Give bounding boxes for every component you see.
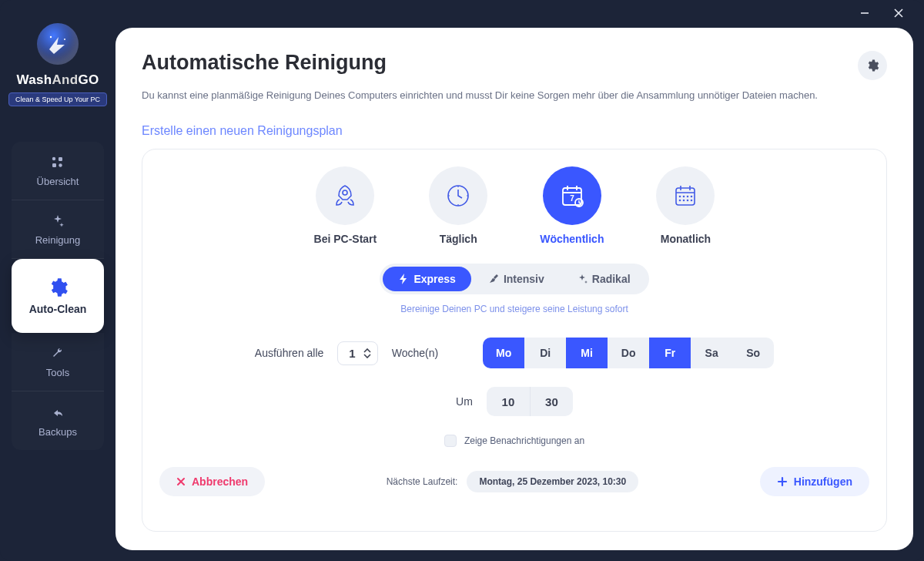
- schedule-label: Bei PC-Start: [314, 233, 377, 245]
- nav-label: Auto-Clean: [29, 303, 87, 315]
- svg-point-5: [52, 157, 55, 160]
- logo-icon: [37, 23, 79, 65]
- brand-tagline: Clean & Speed Up Your PC: [8, 92, 107, 106]
- schedule-pcstart[interactable]: Bei PC-Start: [314, 166, 377, 245]
- nav-autoclean[interactable]: Auto-Clean: [12, 259, 104, 333]
- svg-point-20: [684, 200, 685, 201]
- schedule-options: Bei PC-Start Täglich 7 Wöchentlich: [159, 166, 869, 245]
- svg-point-19: [680, 200, 681, 201]
- close-button[interactable]: [889, 3, 909, 23]
- schedule-monthly[interactable]: Monatlich: [656, 166, 715, 245]
- svg-point-8: [59, 163, 62, 166]
- mode-label: Intensiv: [504, 273, 544, 285]
- frequency-value: 1: [349, 347, 355, 360]
- day-mo[interactable]: Mo: [483, 338, 524, 368]
- day-do[interactable]: Do: [608, 338, 649, 368]
- grid-icon: [49, 154, 66, 171]
- nav: Übersicht Reinigung Auto-Clean Tools: [12, 142, 104, 450]
- mode-radikal[interactable]: Radikal: [561, 267, 646, 291]
- time-at-label: Um: [456, 395, 473, 408]
- svg-point-18: [691, 197, 692, 197]
- calendar-month-icon: [656, 166, 715, 225]
- schedule-label: Täglich: [440, 233, 477, 245]
- page-subtitle: Du kannst eine planmäßige Reinigung Dein…: [142, 89, 887, 101]
- sidebar: WashAndGO Clean & Speed Up Your PC Übers…: [0, 0, 116, 561]
- minimize-button[interactable]: [855, 3, 875, 23]
- next-run-label: Nächste Laufzeit:: [387, 476, 458, 487]
- logo: WashAndGO Clean & Speed Up Your PC: [8, 23, 107, 106]
- wrench-icon: [49, 345, 66, 362]
- next-run-value: Montag, 25 Dezember 2023, 10:30: [467, 471, 638, 492]
- section-title: Erstelle einen neuen Reinigungsplan: [142, 124, 887, 138]
- nav-backups[interactable]: Backups: [12, 391, 104, 450]
- day-di[interactable]: Di: [524, 338, 566, 368]
- main-panel: Automatische Reinigung Du kannst eine pl…: [116, 28, 913, 550]
- broom-icon: [488, 274, 499, 284]
- nav-label: Tools: [46, 367, 69, 378]
- weekday-selector: Mo Di Mi Do Fr Sa So: [483, 338, 774, 368]
- nav-tools[interactable]: Tools: [12, 333, 104, 391]
- schedule-weekly[interactable]: 7 Wöchentlich: [540, 166, 604, 245]
- svg-rect-6: [59, 157, 62, 161]
- bolt-icon: [398, 274, 409, 284]
- cancel-button[interactable]: Abbrechen: [159, 467, 265, 496]
- schedule-daily[interactable]: Täglich: [429, 166, 487, 245]
- chevron-down-icon: [363, 354, 371, 358]
- notify-label: Zeige Benachrichtigungen an: [464, 435, 584, 446]
- gear-icon: [865, 59, 879, 72]
- run-frequency-row: Ausführen alle 1 Woche(n) Mo Di Mi Do Fr…: [159, 338, 869, 368]
- svg-text:7: 7: [570, 194, 574, 203]
- chevron-up-icon: [363, 348, 371, 353]
- mode-express[interactable]: Express: [383, 267, 470, 291]
- run-every-label: Ausführen alle: [255, 347, 324, 359]
- run-unit-label: Woche(n): [392, 347, 438, 359]
- frequency-stepper[interactable]: 1: [337, 341, 377, 365]
- svg-point-3: [50, 36, 52, 38]
- settings-button[interactable]: [858, 51, 887, 80]
- panel-footer: Abbrechen Nächste Laufzeit: Montag, 25 D…: [159, 467, 869, 496]
- sparkle-icon: [49, 213, 66, 230]
- svg-point-15: [680, 197, 681, 197]
- notify-checkbox[interactable]: [444, 435, 457, 447]
- mode-label: Radikal: [592, 273, 631, 285]
- sparkles-icon: [577, 274, 588, 284]
- day-mi[interactable]: Mi: [566, 338, 608, 368]
- app-window: WashAndGO Clean & Speed Up Your PC Übers…: [0, 0, 924, 561]
- gear-icon: [47, 277, 69, 298]
- mode-label: Express: [413, 273, 455, 285]
- nav-overview[interactable]: Übersicht: [12, 142, 104, 200]
- time-picker: 10 30: [487, 387, 573, 416]
- schedule-label: Wöchentlich: [540, 233, 604, 245]
- mode-intensiv[interactable]: Intensiv: [473, 267, 560, 291]
- rocket-icon: [316, 166, 374, 225]
- time-minute[interactable]: 30: [530, 387, 573, 416]
- day-so[interactable]: So: [732, 338, 774, 368]
- stepper-arrows[interactable]: [363, 348, 371, 358]
- next-run: Nächste Laufzeit: Montag, 25 Dezember 20…: [387, 471, 638, 492]
- schedule-panel: Bei PC-Start Täglich 7 Wöchentlich: [142, 149, 887, 532]
- notify-row: Zeige Benachrichtigungen an: [159, 435, 869, 447]
- add-button[interactable]: Hinzufügen: [760, 467, 869, 496]
- time-hour[interactable]: 10: [487, 387, 530, 416]
- svg-point-16: [684, 197, 685, 197]
- svg-point-22: [691, 200, 692, 201]
- nav-label: Reinigung: [35, 234, 81, 246]
- day-sa[interactable]: Sa: [691, 338, 732, 368]
- page-title: Automatische Reinigung: [142, 51, 387, 75]
- nav-cleaning[interactable]: Reinigung: [12, 200, 104, 259]
- schedule-label: Monatlich: [661, 233, 711, 245]
- svg-point-4: [64, 39, 65, 40]
- mode-selector: Express Intensiv Radikal: [380, 264, 648, 294]
- svg-point-21: [688, 200, 688, 201]
- svg-point-9: [343, 190, 347, 195]
- nav-label: Übersicht: [37, 176, 79, 187]
- svg-point-17: [688, 197, 688, 197]
- day-fr[interactable]: Fr: [649, 338, 691, 368]
- mode-description: Bereinige Deinen PC und steigere seine L…: [159, 304, 869, 314]
- nav-label: Backups: [38, 426, 77, 438]
- main-header: Automatische Reinigung: [142, 51, 887, 80]
- add-label: Hinzufügen: [794, 475, 852, 488]
- plus-icon: [777, 476, 788, 487]
- cancel-label: Abbrechen: [192, 475, 248, 488]
- titlebar: [839, 0, 924, 26]
